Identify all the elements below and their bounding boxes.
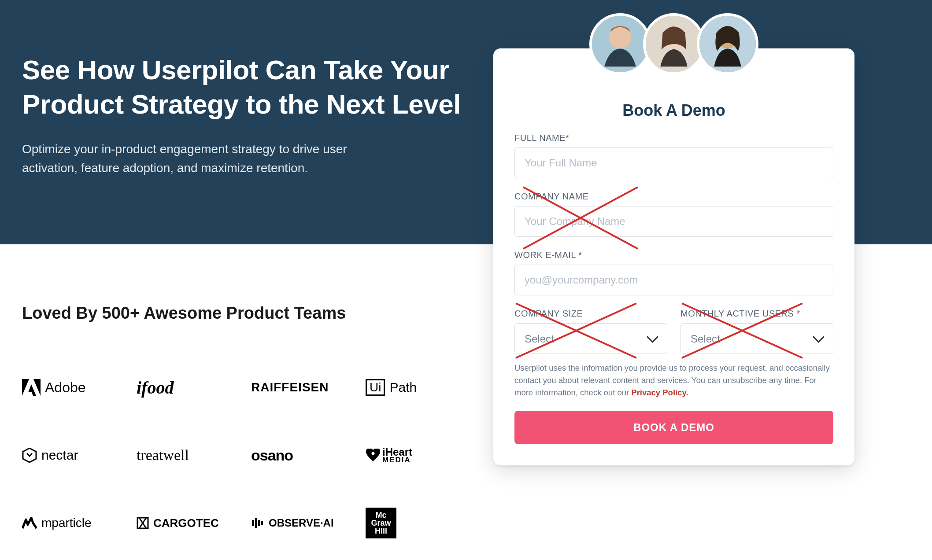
logo-raiffeisen-label: RAIFFEISEN xyxy=(251,380,329,394)
mau-label: MONTHLY ACTIVE USERS * xyxy=(681,309,833,319)
logo-observeai: OBSERVE·AI xyxy=(251,511,366,535)
logo-adobe: Adobe xyxy=(22,376,137,399)
email-input[interactable] xyxy=(514,265,833,295)
logo-osano-label: osano xyxy=(251,447,293,464)
logo-nectar: nectar xyxy=(22,443,137,467)
avatar-2 xyxy=(643,13,705,75)
observeai-icon xyxy=(251,516,264,530)
logo-treatwell-label: treatwell xyxy=(137,447,189,464)
svg-point-4 xyxy=(372,452,375,455)
hero-subtitle: Optimize your in-product engagement stra… xyxy=(22,140,379,178)
logo-iheart: iHeart MEDIA xyxy=(366,443,454,467)
field-fullname: FULL NAME* xyxy=(514,133,833,178)
svg-marker-0 xyxy=(22,379,29,396)
logo-mcgrawhill-box: Mc Graw Hill xyxy=(366,508,396,538)
logo-treatwell: treatwell xyxy=(137,443,251,467)
logo-ifood: ifood xyxy=(137,376,251,399)
fullname-label: FULL NAME* xyxy=(514,133,833,143)
company-input[interactable] xyxy=(514,206,833,237)
mgh-line2: Graw xyxy=(371,519,391,527)
field-company: COMPANY NAME xyxy=(514,192,833,237)
avatar-1 xyxy=(589,13,651,75)
logo-iheart-bottom: MEDIA xyxy=(382,457,412,463)
cargotec-icon xyxy=(137,517,149,529)
logo-uipath-path: Path xyxy=(389,380,417,395)
email-label: WORK E-MAIL * xyxy=(514,250,833,260)
company-logo-grid: Adobe ifood RAIFFEISEN Ui Path nectar tr… xyxy=(22,376,427,535)
book-demo-button[interactable]: BOOK A DEMO xyxy=(514,411,833,444)
company-size-label: COMPANY SIZE xyxy=(514,309,667,319)
social-proof-section: Loved By 500+ Awesome Product Teams Adob… xyxy=(0,244,449,535)
mparticle-icon xyxy=(22,517,37,529)
logo-iheart-top: iHeart xyxy=(382,447,412,457)
hexagon-icon xyxy=(22,448,37,463)
logo-cargotec: CARGOTEC xyxy=(137,511,251,535)
team-avatars xyxy=(589,13,758,75)
field-email: WORK E-MAIL * xyxy=(514,250,833,295)
avatar-3 xyxy=(697,13,758,75)
social-proof-title: Loved By 500+ Awesome Product Teams xyxy=(22,304,427,323)
privacy-disclaimer: Userpilot uses the information you provi… xyxy=(514,362,833,398)
logo-uipath-ui: Ui xyxy=(366,379,385,396)
logo-cargotec-label: CARGOTEC xyxy=(153,516,219,530)
logo-mparticle: mparticle xyxy=(22,511,137,535)
fullname-input[interactable] xyxy=(514,147,833,178)
mgh-line3: Hill xyxy=(375,527,387,535)
hero-title: See How Userpilot Can Take Your Product … xyxy=(22,53,462,121)
svg-marker-2 xyxy=(28,384,36,396)
logo-nectar-label: nectar xyxy=(41,448,78,463)
demo-form-card: Book A Demo FULL NAME* COMPANY NAME WORK… xyxy=(493,48,854,465)
logo-uipath: Ui Path xyxy=(366,376,454,399)
mgh-line1: Mc xyxy=(375,511,386,519)
logo-raiffeisen: RAIFFEISEN xyxy=(251,376,366,399)
logo-ifood-label: ifood xyxy=(137,377,174,398)
mau-select[interactable]: Select xyxy=(681,323,833,354)
demo-form-title: Book A Demo xyxy=(514,101,833,120)
adobe-icon xyxy=(22,379,41,396)
logo-observeai-label: OBSERVE·AI xyxy=(269,517,334,529)
company-label: COMPANY NAME xyxy=(514,192,833,202)
field-mau: MONTHLY ACTIVE USERS * Select xyxy=(681,309,833,354)
logo-mcgrawhill: Mc Graw Hill xyxy=(366,511,454,535)
company-size-select[interactable]: Select xyxy=(514,323,667,354)
field-company-size: COMPANY SIZE Select xyxy=(514,309,667,354)
privacy-policy-link[interactable]: Privacy Policy. xyxy=(631,388,688,397)
logo-adobe-label: Adobe xyxy=(45,379,86,396)
logo-osano: osano xyxy=(251,443,366,467)
heart-icon xyxy=(366,449,381,462)
logo-mparticle-label: mparticle xyxy=(41,516,92,530)
